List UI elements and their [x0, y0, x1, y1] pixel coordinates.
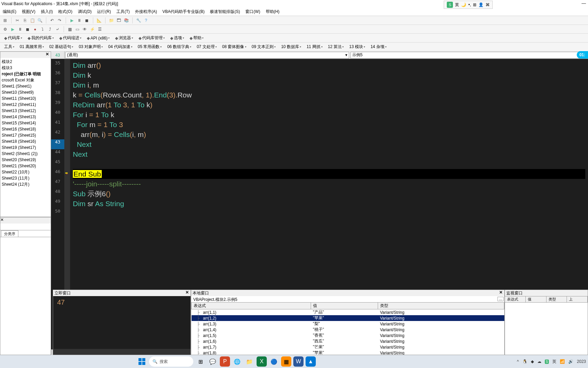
- locals-row[interactable]: ├arr(1,3)"梨"Variant/String: [192, 321, 504, 327]
- breakpoint-slot[interactable]: [65, 100, 70, 110]
- ime-status-icon[interactable]: 英: [552, 359, 556, 365]
- category-button[interactable]: 13 模块 ▾: [347, 43, 367, 50]
- code-line[interactable]: Sub 示例6(): [73, 189, 585, 199]
- code-line[interactable]: Dim arr(): [73, 60, 585, 70]
- menu-item[interactable]: 视图(V): [19, 8, 38, 15]
- object-browser-icon[interactable]: 📚: [123, 17, 129, 24]
- column-header[interactable]: 上: [567, 296, 588, 302]
- properties-icon[interactable]: 🗔: [116, 17, 122, 24]
- breakpoint-slot[interactable]: [65, 159, 70, 169]
- tree-item[interactable]: Sheet22 (10月): [0, 169, 51, 175]
- line-number[interactable]: 41: [51, 120, 64, 129]
- breakpoint-slot[interactable]: [65, 80, 70, 90]
- design-mode-icon[interactable]: 📐: [96, 17, 102, 24]
- menu-item[interactable]: 插入(I): [38, 8, 55, 15]
- code-line[interactable]: arr(m, i) = Cells(i, m): [73, 129, 585, 139]
- category-button[interactable]: 10 数据库 ▾: [279, 43, 303, 50]
- column-header[interactable]: 值: [526, 296, 546, 302]
- tree-item[interactable]: Sheet12 (Sheet11): [0, 102, 51, 108]
- project-tree[interactable]: 模块2模块3roject (已做订单 明细crosoft Excel 对象She…: [0, 58, 51, 217]
- qq-icon[interactable]: 🐧: [522, 359, 527, 364]
- category-button[interactable]: 工具 ▾: [2, 43, 16, 50]
- toolbar-button[interactable]: ◆ 代码库管理 ▾: [136, 34, 167, 42]
- start-button[interactable]: [137, 356, 147, 367]
- menu-item[interactable]: 极速智能排版(S): [207, 8, 243, 15]
- tray-icon[interactable]: ◆: [531, 359, 534, 364]
- category-button[interactable]: 06 数组字典 ▾: [165, 43, 193, 50]
- powerpoint-icon[interactable]: P: [220, 356, 230, 367]
- breakpoint-slot[interactable]: [65, 90, 70, 100]
- breakpoint-slot[interactable]: [65, 120, 70, 129]
- moon-icon[interactable]: 🌙: [461, 2, 466, 7]
- immediate-icon[interactable]: ▭: [74, 26, 80, 32]
- watch-icon[interactable]: 👁: [82, 26, 88, 32]
- breakpoint-slot[interactable]: [65, 70, 70, 80]
- locals-row[interactable]: ├arr(1,7)"芒果"Variant/String: [192, 344, 504, 350]
- callstack-icon[interactable]: ☰: [97, 26, 103, 32]
- line-number[interactable]: 43: [51, 139, 64, 149]
- explorer-icon[interactable]: 📁: [244, 356, 255, 367]
- tree-item[interactable]: Sheet18 (Sheet16): [0, 138, 51, 144]
- code-line[interactable]: Dim i, m: [73, 80, 585, 90]
- object-dropdown[interactable]: (通用)▼: [65, 52, 349, 59]
- column-header[interactable]: 类型: [546, 296, 567, 302]
- line-number[interactable]: 45: [51, 159, 64, 169]
- tree-item[interactable]: crosoft Excel 对象: [0, 77, 51, 83]
- tree-item[interactable]: roject (已做订单 明细: [0, 71, 51, 77]
- context-menu-button[interactable]: …: [497, 297, 504, 301]
- immediate-body[interactable]: 47: [53, 296, 191, 349]
- ime-lang[interactable]: 英: [455, 2, 459, 8]
- toolbar-button[interactable]: ◆ 帮助 ▾: [187, 34, 206, 42]
- locals-row[interactable]: ├arr(1,2)"苹果"Variant/String: [192, 315, 504, 321]
- app-icon[interactable]: ▲: [306, 356, 316, 367]
- tree-item[interactable]: Sheet1 (Sheet1): [0, 83, 51, 89]
- timer-badge[interactable]: 01:: [577, 51, 588, 59]
- code-line[interactable]: End Sub: [73, 169, 585, 179]
- toolbar-button[interactable]: ◆ 选项 ▾: [168, 34, 186, 42]
- tree-item[interactable]: Sheet23 (11月): [0, 175, 51, 181]
- tree-item[interactable]: Sheet11 (Sheet10): [0, 95, 51, 102]
- line-number[interactable]: 40: [51, 110, 64, 120]
- run-sub-icon[interactable]: ▶: [10, 26, 16, 32]
- menu-item[interactable]: 调试(D): [75, 8, 95, 15]
- locals-row[interactable]: ├arr(1,5)"香蕉"Variant/String: [192, 333, 504, 338]
- line-number[interactable]: 46: [51, 169, 64, 179]
- sogou-icon[interactable]: S: [545, 359, 549, 364]
- code-line[interactable]: [73, 209, 585, 218]
- category-button[interactable]: 03 对象声明 ▾: [77, 43, 105, 50]
- close-icon[interactable]: ✕: [45, 52, 50, 57]
- locals-row[interactable]: ├arr(1,1)"产品"Variant/String: [192, 309, 504, 316]
- clock[interactable]: 2023: [577, 359, 586, 364]
- line-number[interactable]: 42: [51, 129, 64, 139]
- menu-item[interactable]: 帮助(H): [263, 8, 282, 15]
- menu-item[interactable]: 工具(T): [114, 8, 132, 15]
- breakpoint-slot[interactable]: [65, 139, 70, 149]
- ime-grid-icon[interactable]: ⊞: [473, 2, 476, 7]
- toolbar-button[interactable]: ◆ 代码缩进 ▾: [57, 34, 83, 42]
- tree-item[interactable]: Sheet17 (Sheet15): [0, 132, 51, 138]
- code-line[interactable]: Next: [73, 149, 585, 159]
- cut-icon[interactable]: ✂: [14, 17, 20, 24]
- toolbar-button[interactable]: ◆ 浏览器 ▾: [113, 34, 135, 42]
- line-number[interactable]: 36: [51, 70, 64, 80]
- copilot-icon[interactable]: 🔵: [269, 356, 279, 367]
- toolbar-button[interactable]: ◆ 我的代码库 ▾: [26, 34, 56, 42]
- close-icon[interactable]: ✕: [0, 217, 4, 222]
- breakpoint-slot[interactable]: [65, 110, 70, 120]
- breakpoint-slot[interactable]: [65, 209, 70, 218]
- find-icon[interactable]: 🔍: [37, 17, 43, 24]
- menu-item[interactable]: 窗口(W): [243, 8, 263, 15]
- line-number[interactable]: 47: [51, 179, 64, 189]
- line-number[interactable]: 49: [51, 199, 64, 209]
- stop-icon[interactable]: ◼: [24, 26, 31, 32]
- run-icon[interactable]: ▶: [69, 17, 75, 24]
- volume-icon[interactable]: 🔊: [568, 359, 573, 364]
- break-icon[interactable]: ⏸: [76, 17, 82, 24]
- breakpoint-slot[interactable]: [65, 129, 70, 139]
- ime-menu-icon[interactable]: ⌘: [486, 2, 490, 7]
- line-number[interactable]: 44: [51, 149, 64, 159]
- category-button[interactable]: 08 窗体图像 ▾: [220, 43, 248, 50]
- copy-icon[interactable]: ⎘: [22, 17, 28, 24]
- menu-item[interactable]: 运行(R): [94, 8, 114, 15]
- step-out-icon[interactable]: ⤶: [54, 26, 61, 32]
